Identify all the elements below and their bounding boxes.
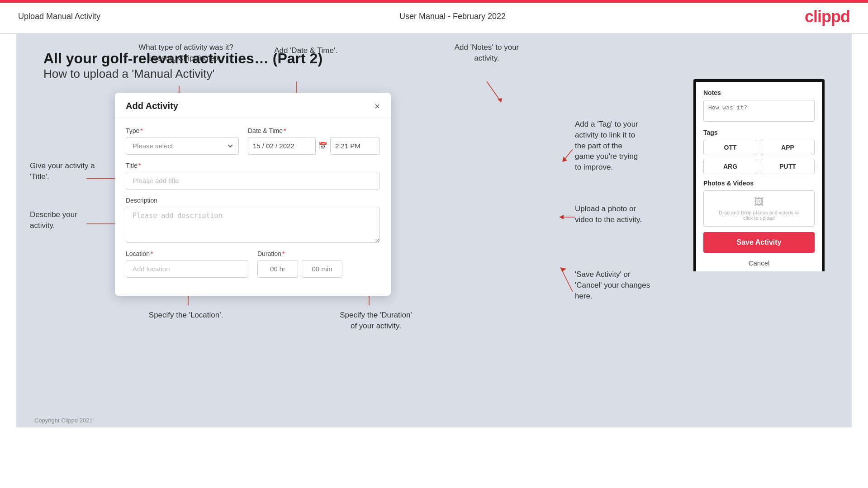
callout-duration: Specify the 'Duration' of your activity. xyxy=(324,310,428,332)
save-activity-button[interactable]: Save Activity xyxy=(703,232,815,253)
type-select[interactable]: Please select xyxy=(126,137,239,155)
page-label: Upload Manual Activity xyxy=(18,12,100,21)
svg-marker-15 xyxy=(562,156,567,162)
duration-hr-input[interactable] xyxy=(257,260,298,278)
tags-grid: OTT APP ARG PUTT xyxy=(703,140,815,174)
form-row-type-datetime: Type* Please select Date & Time* 📅 xyxy=(126,127,380,155)
phone-panel: Notes Tags OTT APP ARG PUTT Photos & Vid… xyxy=(693,79,825,271)
date-time-group: 📅 xyxy=(248,137,380,155)
callout-location: Specify the 'Location'. xyxy=(138,310,233,321)
date-input[interactable] xyxy=(248,137,316,155)
add-activity-dialog: Add Activity × Type* Please select Date … xyxy=(115,93,391,296)
notes-label: Notes xyxy=(703,89,815,96)
title-input[interactable] xyxy=(126,172,380,190)
tag-arg[interactable]: ARG xyxy=(703,159,757,174)
title-group: Title* xyxy=(126,162,380,190)
svg-line-12 xyxy=(487,81,500,101)
title-label: Title* xyxy=(126,162,380,169)
callout-tag: Add a 'Tag' to your activity to link it … xyxy=(575,119,665,173)
copyright: Copyright Clippd 2021 xyxy=(34,417,93,424)
svg-line-14 xyxy=(564,149,573,161)
datetime-group: Date & Time* 📅 xyxy=(248,127,380,155)
photos-label: Photos & Videos xyxy=(703,180,815,187)
svg-line-18 xyxy=(561,269,573,292)
form-row-title: Title* xyxy=(126,162,380,190)
manual-label: User Manual - February 2022 xyxy=(399,12,506,21)
main-content: All your golf-relevant activities… (Part… xyxy=(16,34,852,427)
type-group: Type* Please select xyxy=(126,127,239,155)
tag-ott[interactable]: OTT xyxy=(703,140,757,155)
location-label: Location* xyxy=(126,250,248,257)
description-textarea[interactable] xyxy=(126,207,380,243)
description-label: Description xyxy=(126,197,380,204)
photo-icon: 🖼 xyxy=(754,196,764,208)
location-group: Location* xyxy=(126,250,248,278)
callout-describe: Describe your activity. xyxy=(30,209,95,231)
time-input[interactable] xyxy=(330,137,380,155)
calendar-icon: 📅 xyxy=(318,142,327,150)
svg-marker-13 xyxy=(498,98,502,103)
dialog-close-button[interactable]: × xyxy=(375,102,380,111)
notes-textarea[interactable] xyxy=(703,100,815,122)
location-input[interactable] xyxy=(126,260,248,278)
form-row-location-duration: Location* Duration* xyxy=(126,250,380,278)
photos-hint: Drag and Drop photos and videos or click… xyxy=(719,210,799,221)
svg-marker-17 xyxy=(559,215,564,219)
callout-notes: Add 'Notes' to your activity. xyxy=(441,42,532,64)
top-bar: Upload Manual Activity User Manual - Feb… xyxy=(0,0,868,34)
tag-app[interactable]: APP xyxy=(761,140,815,155)
datetime-label: Date & Time* xyxy=(248,127,380,134)
callout-save-cancel: 'Save Activity' or 'Cancel' your changes… xyxy=(575,269,670,301)
top-stripe xyxy=(0,0,868,3)
type-label: Type* xyxy=(126,127,239,134)
callout-type: What type of activity was it? Lesson, Ch… xyxy=(132,42,240,64)
tag-putt[interactable]: PUTT xyxy=(761,159,815,174)
callout-title: Give your activity a 'Title'. xyxy=(30,161,95,182)
dialog-title: Add Activity xyxy=(126,101,178,111)
dialog-body: Type* Please select Date & Time* 📅 xyxy=(115,118,391,296)
duration-inputs xyxy=(257,260,380,278)
dialog-header: Add Activity × xyxy=(115,93,391,118)
form-row-description: Description xyxy=(126,197,380,243)
svg-marker-19 xyxy=(560,267,566,272)
cancel-link[interactable]: Cancel xyxy=(703,256,815,271)
duration-group: Duration* xyxy=(257,250,380,278)
description-group: Description xyxy=(126,197,380,243)
tags-label: Tags xyxy=(703,129,815,136)
callout-datetime: Add 'Date & Time'. xyxy=(261,45,351,56)
logo: clippd xyxy=(805,7,850,26)
callout-upload: Upload a photo or video to the activity. xyxy=(575,204,665,225)
duration-label: Duration* xyxy=(257,250,380,257)
duration-min-input[interactable] xyxy=(302,260,342,278)
photos-dropzone[interactable]: 🖼 Drag and Drop photos and videos or cli… xyxy=(703,190,815,227)
